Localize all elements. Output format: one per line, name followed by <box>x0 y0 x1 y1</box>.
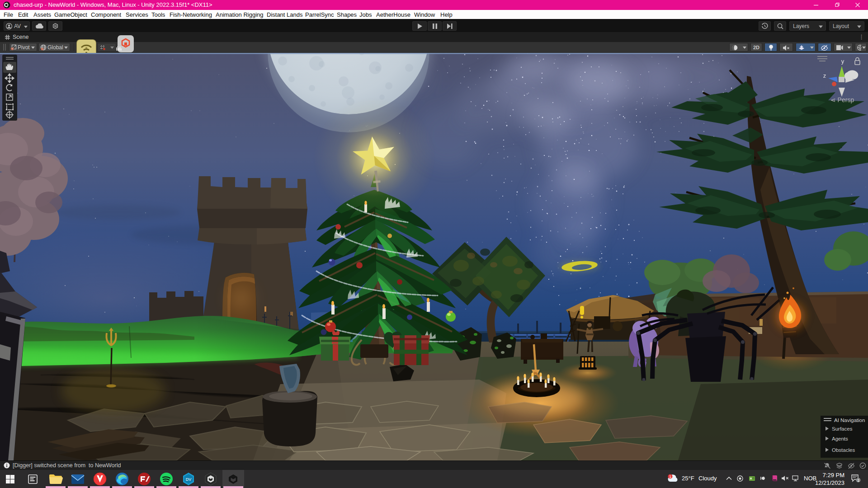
svg-text:⋖ Persp: ⋖ Persp <box>830 96 854 103</box>
svg-text:AI Navigation: AI Navigation <box>834 418 865 423</box>
svg-text:Obstacles: Obstacles <box>832 447 855 453</box>
svg-text:1: 1 <box>857 478 859 483</box>
svg-text:z: z <box>823 72 826 79</box>
svg-text:DV: DV <box>186 477 192 482</box>
svg-text:1: 1 <box>669 474 671 479</box>
svg-text:Agents: Agents <box>832 436 848 441</box>
svg-text:y: y <box>841 58 844 65</box>
svg-text:Surfaces: Surfaces <box>832 426 853 432</box>
